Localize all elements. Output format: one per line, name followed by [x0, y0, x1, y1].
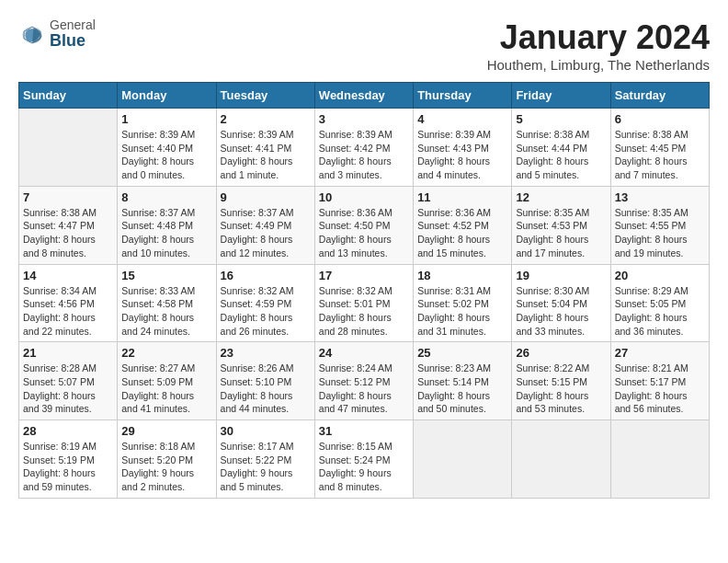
calendar-cell: [19, 109, 118, 187]
day-number: 9: [221, 190, 311, 204]
day-number: 23: [221, 346, 311, 360]
calendar-cell: 17Sunrise: 8:32 AM Sunset: 5:01 PM Dayli…: [314, 264, 413, 342]
day-info: Sunrise: 8:24 AM Sunset: 5:12 PM Dayligh…: [319, 362, 409, 416]
day-number: 3: [319, 112, 409, 126]
day-info: Sunrise: 8:36 AM Sunset: 4:52 PM Dayligh…: [417, 206, 507, 260]
day-info: Sunrise: 8:38 AM Sunset: 4:45 PM Dayligh…: [615, 128, 705, 182]
day-info: Sunrise: 8:35 AM Sunset: 4:55 PM Dayligh…: [615, 206, 705, 260]
day-info: Sunrise: 8:26 AM Sunset: 5:10 PM Dayligh…: [221, 362, 311, 416]
calendar-cell: 27Sunrise: 8:21 AM Sunset: 5:17 PM Dayli…: [610, 342, 709, 420]
calendar-cell: 5Sunrise: 8:38 AM Sunset: 4:44 PM Daylig…: [512, 109, 610, 187]
day-of-week-header: Saturday: [610, 83, 709, 109]
day-info: Sunrise: 8:39 AM Sunset: 4:43 PM Dayligh…: [417, 128, 507, 182]
day-info: Sunrise: 8:35 AM Sunset: 4:53 PM Dayligh…: [516, 206, 606, 260]
page-header: General Blue January 2024 Houthem, Limbu…: [18, 18, 710, 73]
day-number: 13: [615, 190, 705, 204]
day-number: 20: [615, 269, 705, 282]
day-number: 25: [417, 346, 507, 360]
day-number: 18: [417, 269, 507, 282]
calendar-cell: 26Sunrise: 8:22 AM Sunset: 5:15 PM Dayli…: [512, 342, 610, 420]
day-info: Sunrise: 8:38 AM Sunset: 4:44 PM Dayligh…: [516, 128, 606, 182]
calendar-cell: 25Sunrise: 8:23 AM Sunset: 5:14 PM Dayli…: [414, 342, 512, 420]
day-info: Sunrise: 8:18 AM Sunset: 5:20 PM Dayligh…: [121, 440, 211, 494]
calendar-cell: 6Sunrise: 8:38 AM Sunset: 4:45 PM Daylig…: [610, 109, 709, 187]
day-info: Sunrise: 8:39 AM Sunset: 4:41 PM Dayligh…: [221, 128, 311, 182]
day-number: 6: [615, 112, 705, 126]
day-number: 8: [121, 190, 211, 204]
day-of-week-header: Sunday: [19, 83, 118, 109]
day-number: 4: [417, 112, 507, 126]
day-info: Sunrise: 8:29 AM Sunset: 5:05 PM Dayligh…: [615, 284, 705, 339]
day-info: Sunrise: 8:22 AM Sunset: 5:15 PM Dayligh…: [516, 362, 606, 416]
calendar-cell: 19Sunrise: 8:30 AM Sunset: 5:04 PM Dayli…: [512, 264, 610, 342]
logo: General Blue: [18, 18, 96, 51]
day-of-week-header: Friday: [512, 83, 610, 109]
day-number: 7: [23, 190, 113, 204]
calendar-cell: [610, 420, 709, 499]
day-number: 29: [121, 424, 211, 438]
logo-text: General Blue: [50, 18, 96, 51]
calendar-table: SundayMondayTuesdayWednesdayThursdayFrid…: [18, 82, 710, 499]
calendar-cell: 31Sunrise: 8:15 AM Sunset: 5:24 PM Dayli…: [314, 420, 413, 499]
calendar-cell: 16Sunrise: 8:32 AM Sunset: 4:59 PM Dayli…: [216, 264, 314, 342]
calendar-cell: 28Sunrise: 8:19 AM Sunset: 5:19 PM Dayli…: [19, 420, 118, 499]
day-number: 31: [319, 424, 409, 438]
calendar-cell: 8Sunrise: 8:37 AM Sunset: 4:48 PM Daylig…: [118, 186, 216, 264]
day-number: 27: [615, 346, 705, 360]
day-info: Sunrise: 8:21 AM Sunset: 5:17 PM Dayligh…: [615, 362, 705, 416]
calendar-cell: [512, 420, 610, 499]
day-info: Sunrise: 8:23 AM Sunset: 5:14 PM Dayligh…: [417, 362, 507, 416]
day-number: 5: [516, 112, 606, 126]
calendar-cell: 12Sunrise: 8:35 AM Sunset: 4:53 PM Dayli…: [512, 186, 610, 264]
day-info: Sunrise: 8:37 AM Sunset: 4:49 PM Dayligh…: [221, 206, 311, 260]
day-number: 15: [121, 269, 211, 282]
calendar-cell: 2Sunrise: 8:39 AM Sunset: 4:41 PM Daylig…: [216, 109, 314, 187]
calendar-cell: 18Sunrise: 8:31 AM Sunset: 5:02 PM Dayli…: [414, 264, 512, 342]
calendar-cell: 29Sunrise: 8:18 AM Sunset: 5:20 PM Dayli…: [118, 420, 216, 499]
day-number: 10: [319, 190, 409, 204]
calendar-cell: 23Sunrise: 8:26 AM Sunset: 5:10 PM Dayli…: [216, 342, 314, 420]
day-of-week-header: Thursday: [414, 83, 512, 109]
day-info: Sunrise: 8:38 AM Sunset: 4:47 PM Dayligh…: [23, 206, 113, 260]
day-info: Sunrise: 8:27 AM Sunset: 5:09 PM Dayligh…: [121, 362, 211, 416]
day-number: 22: [121, 346, 211, 360]
calendar-week-row: 14Sunrise: 8:34 AM Sunset: 4:56 PM Dayli…: [19, 264, 710, 342]
day-info: Sunrise: 8:31 AM Sunset: 5:02 PM Dayligh…: [417, 284, 507, 339]
calendar-cell: 14Sunrise: 8:34 AM Sunset: 4:56 PM Dayli…: [19, 264, 118, 342]
day-number: 2: [221, 112, 311, 126]
day-info: Sunrise: 8:36 AM Sunset: 4:50 PM Dayligh…: [319, 206, 409, 260]
day-info: Sunrise: 8:37 AM Sunset: 4:48 PM Dayligh…: [121, 206, 211, 260]
day-of-week-header: Wednesday: [314, 83, 413, 109]
day-info: Sunrise: 8:28 AM Sunset: 5:07 PM Dayligh…: [23, 362, 113, 416]
calendar-cell: 30Sunrise: 8:17 AM Sunset: 5:22 PM Dayli…: [216, 420, 314, 499]
day-number: 14: [23, 269, 113, 282]
logo-icon: [18, 21, 46, 49]
calendar-cell: 20Sunrise: 8:29 AM Sunset: 5:05 PM Dayli…: [610, 264, 709, 342]
day-number: 28: [23, 424, 113, 438]
location: Houthem, Limburg, The Netherlands: [487, 57, 710, 73]
title-block: January 2024 Houthem, Limburg, The Nethe…: [487, 18, 710, 73]
day-info: Sunrise: 8:19 AM Sunset: 5:19 PM Dayligh…: [23, 440, 113, 494]
calendar-cell: 22Sunrise: 8:27 AM Sunset: 5:09 PM Dayli…: [118, 342, 216, 420]
day-number: 30: [221, 424, 311, 438]
day-number: 12: [516, 190, 606, 204]
day-info: Sunrise: 8:34 AM Sunset: 4:56 PM Dayligh…: [23, 284, 113, 339]
day-number: 24: [319, 346, 409, 360]
calendar-cell: 10Sunrise: 8:36 AM Sunset: 4:50 PM Dayli…: [314, 186, 413, 264]
day-info: Sunrise: 8:17 AM Sunset: 5:22 PM Dayligh…: [221, 440, 311, 494]
calendar-cell: 21Sunrise: 8:28 AM Sunset: 5:07 PM Dayli…: [19, 342, 118, 420]
calendar-cell: [414, 420, 512, 499]
day-number: 21: [23, 346, 113, 360]
calendar-cell: 15Sunrise: 8:33 AM Sunset: 4:58 PM Dayli…: [118, 264, 216, 342]
day-info: Sunrise: 8:32 AM Sunset: 4:59 PM Dayligh…: [221, 284, 311, 339]
day-of-week-header: Tuesday: [216, 83, 314, 109]
calendar-week-row: 21Sunrise: 8:28 AM Sunset: 5:07 PM Dayli…: [19, 342, 710, 420]
day-info: Sunrise: 8:15 AM Sunset: 5:24 PM Dayligh…: [319, 440, 409, 494]
month-title: January 2024: [487, 18, 710, 57]
calendar-cell: 11Sunrise: 8:36 AM Sunset: 4:52 PM Dayli…: [414, 186, 512, 264]
calendar-cell: 1Sunrise: 8:39 AM Sunset: 4:40 PM Daylig…: [118, 109, 216, 187]
day-number: 17: [319, 269, 409, 282]
calendar-week-row: 1Sunrise: 8:39 AM Sunset: 4:40 PM Daylig…: [19, 109, 710, 187]
calendar-cell: 9Sunrise: 8:37 AM Sunset: 4:49 PM Daylig…: [216, 186, 314, 264]
day-info: Sunrise: 8:32 AM Sunset: 5:01 PM Dayligh…: [319, 284, 409, 339]
